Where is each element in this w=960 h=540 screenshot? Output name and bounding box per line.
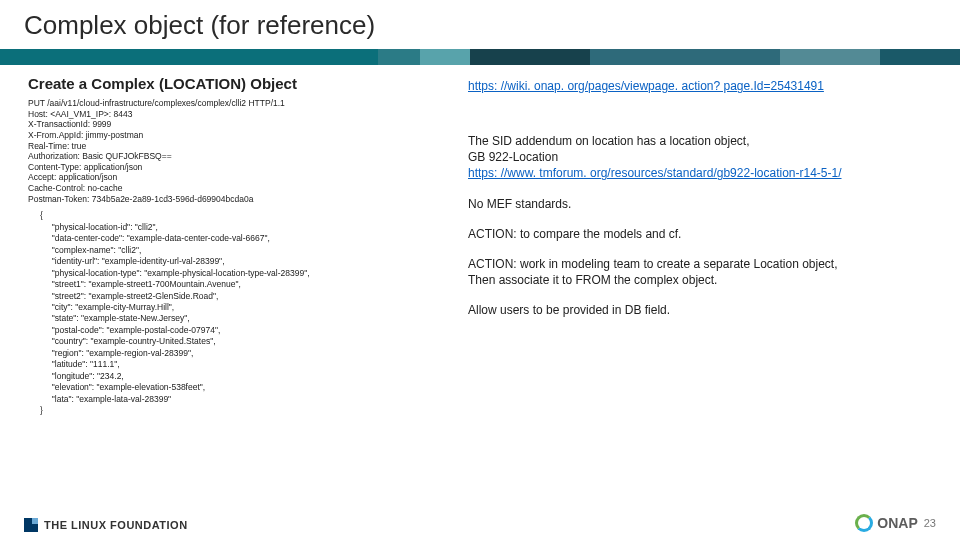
onap-text: ONAP bbox=[877, 515, 917, 531]
section-subhead: Create a Complex (LOCATION) Object bbox=[28, 75, 448, 92]
action-modeling-line-2: Then associate it to FROM the complex ob… bbox=[468, 273, 717, 287]
mef-note: No MEF standards. bbox=[468, 196, 940, 212]
slide-title: Complex object (for reference) bbox=[24, 10, 936, 41]
http-headers-block: PUT /aai/v11/cloud-infrastructure/comple… bbox=[28, 98, 448, 204]
action-compare: ACTION: to compare the models and cf. bbox=[468, 226, 940, 242]
page-number: 23 bbox=[924, 517, 936, 529]
lf-text: THE LINUX FOUNDATION bbox=[44, 519, 188, 531]
decorative-band bbox=[0, 49, 960, 65]
onap-ring-icon bbox=[855, 514, 873, 532]
sid-note: The SID addendum on location has a locat… bbox=[468, 133, 940, 182]
action-modeling-line-1: ACTION: work in modeling team to create … bbox=[468, 257, 838, 271]
onap-logo: ONAP bbox=[855, 514, 917, 532]
action-modeling: ACTION: work in modeling team to create … bbox=[468, 256, 940, 288]
lf-mark-icon bbox=[24, 518, 38, 532]
sid-line-2: GB 922-Location bbox=[468, 150, 558, 164]
sid-line-1: The SID addendum on location has a locat… bbox=[468, 134, 750, 148]
db-note: Allow users to be provided in DB field. bbox=[468, 302, 940, 318]
json-body-block: { "physical-location-id": "clli2", "data… bbox=[40, 210, 448, 416]
tmf-link[interactable]: https: //www. tmforum. org/resources/sta… bbox=[468, 166, 842, 180]
linux-foundation-logo: THE LINUX FOUNDATION bbox=[24, 518, 188, 532]
wiki-link[interactable]: https: //wiki. onap. org/pages/viewpage.… bbox=[468, 79, 940, 93]
